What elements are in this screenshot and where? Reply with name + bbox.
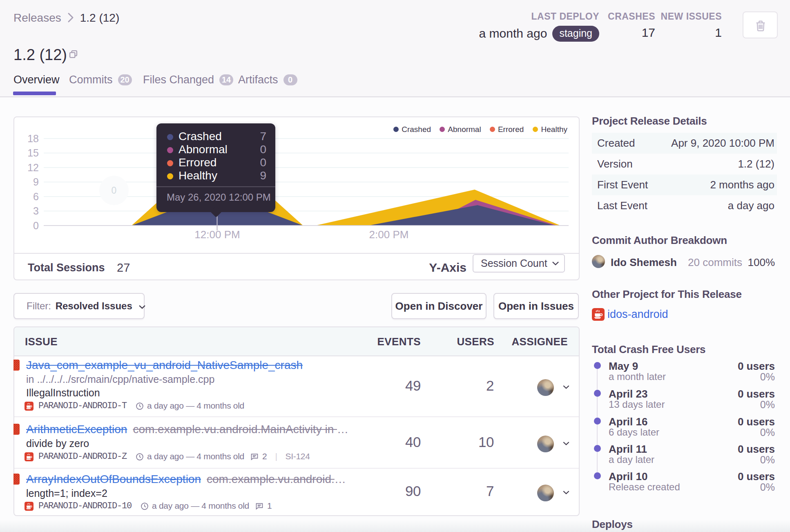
svg-text:0: 0 (33, 220, 39, 231)
svg-text:15: 15 (27, 147, 39, 159)
svg-text:0: 0 (112, 185, 117, 196)
svg-text:3: 3 (33, 205, 39, 217)
svg-text:9: 9 (33, 176, 39, 188)
svg-text:12: 12 (27, 162, 39, 173)
svg-text:2:00 PM: 2:00 PM (369, 228, 409, 241)
svg-text:18: 18 (27, 133, 39, 144)
svg-text:12:00 PM: 12:00 PM (194, 228, 240, 241)
svg-text:6: 6 (33, 191, 39, 202)
